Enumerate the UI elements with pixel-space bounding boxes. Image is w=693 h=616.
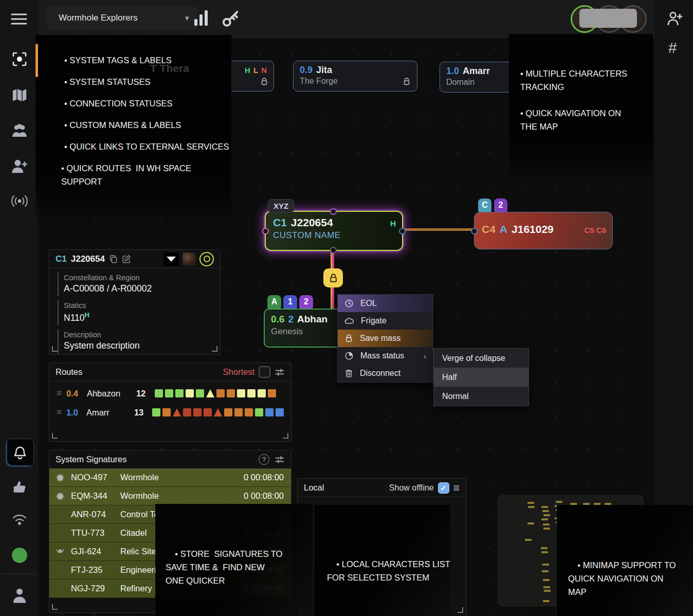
static-letter: H — [85, 311, 89, 319]
help-icon[interactable]: ? — [259, 454, 269, 465]
route-row[interactable]: ≡ 1.0 Amarr 13 — [49, 405, 291, 420]
route-row[interactable]: ≡ 0.4 Ahbazon 12 — [49, 386, 291, 401]
minimap-system-mark — [543, 586, 550, 588]
connection-handle[interactable] — [471, 228, 478, 234]
menu-icon[interactable] — [10, 12, 28, 26]
jump-marker — [155, 389, 163, 397]
local-annotation: • LOCAL CHARACTERS LIST FOR SELECTED SYS… — [315, 505, 450, 616]
security-status: 0.9 — [300, 65, 313, 76]
node-amarr[interactable]: 1.0 Amarr Domain — [440, 62, 516, 93]
signature-settings-icon[interactable] — [275, 455, 285, 464]
node-jita[interactable]: 0.9 Jita The Forge — [293, 61, 417, 92]
sidebar-item-map[interactable] — [0, 81, 39, 109]
resize-handle[interactable] — [52, 604, 58, 610]
node-abhan[interactable]: 0.6 2 Abhan Genesis — [264, 309, 343, 348]
minimap-system-mark — [543, 523, 550, 526]
resize-handle[interactable] — [212, 346, 217, 352]
jump-marker — [234, 408, 243, 416]
submenu-item-verge[interactable]: Verge of collapse — [434, 349, 528, 368]
sidebar-item-likes[interactable] — [0, 474, 39, 500]
ghost-node-thera: T Thera — [150, 62, 189, 75]
jump-marker — [193, 408, 202, 416]
app-window: Wormhole Explorers ▼ # — [0, 0, 693, 616]
connection-line[interactable] — [403, 228, 473, 231]
submenu-item-half[interactable]: Half — [434, 368, 528, 387]
edit-icon[interactable] — [122, 255, 131, 264]
panel-title: Local — [304, 483, 324, 493]
sidebar-item-profile[interactable] — [0, 582, 39, 609]
region-name: Domain — [446, 78, 475, 87]
signature-row[interactable]: EQM-344Wormhole0 00:08:00 — [49, 487, 291, 505]
chart-bars-icon[interactable] — [194, 10, 208, 26]
menu-item-frigate[interactable]: Frigate — [338, 312, 433, 330]
jump-marker — [227, 389, 235, 397]
jump-marker — [152, 408, 160, 416]
minimap-system-mark — [544, 590, 551, 592]
menu-item-mass-status[interactable]: Mass status › — [338, 347, 433, 365]
security-status: 1.0 — [446, 66, 459, 77]
mass-saved-lock-badge[interactable] — [323, 268, 343, 287]
tag-letter: A — [500, 223, 507, 235]
key-icon[interactable] — [221, 7, 241, 28]
connection-handle[interactable] — [399, 228, 406, 234]
security-status: 0.4 — [66, 389, 82, 398]
node-j220654-selected[interactable]: C1 J220654 H CUSTOM NAME — [265, 211, 403, 251]
signature-id: FTJ-235 — [71, 565, 120, 575]
relic-icon — [49, 548, 71, 556]
resize-handle[interactable] — [283, 433, 288, 439]
system-effect-icon — [199, 252, 214, 266]
system-tag-letters: H L N — [245, 66, 267, 75]
connection-handle[interactable] — [330, 208, 337, 215]
signature-row[interactable]: NOO-497Wormhole0 00:08:00 — [49, 468, 291, 487]
minimap-system-mark — [541, 551, 548, 553]
sidebar-item-connection[interactable] — [0, 507, 39, 532]
show-offline-checkbox[interactable]: ✓ — [438, 482, 449, 494]
jump-marker — [165, 389, 173, 397]
shortest-checkbox[interactable] — [259, 366, 270, 378]
drag-handle-icon[interactable]: ≡ — [57, 388, 61, 398]
hash-icon[interactable]: # — [668, 39, 677, 57]
node-j161029[interactable]: C4 A J161029 C5 C6 — [474, 212, 613, 249]
region-name: Genesis — [265, 325, 342, 337]
minimap-system-mark — [543, 579, 550, 581]
drag-handle-icon[interactable]: ≡ — [57, 407, 61, 418]
info-section-constellation: Constellation & Region A-C00008 / A-R000… — [58, 273, 220, 296]
connection-handle[interactable] — [330, 247, 337, 253]
sidebar-item-broadcast[interactable] — [0, 187, 39, 215]
menu-item-eol[interactable]: EOL — [338, 295, 433, 312]
jump-marker — [183, 408, 191, 416]
minimap-system-mark — [542, 570, 549, 572]
routes-panel: Routes Shortest ≡ 0.4 Ahbazon 12 ≡ 1.0 A… — [49, 363, 291, 442]
local-menu-icon[interactable]: ≡ — [453, 485, 460, 491]
menu-item-disconnect[interactable]: Disconnect — [338, 365, 433, 382]
chevron-right-icon: › — [424, 352, 426, 360]
panel-title: Routes — [56, 367, 82, 377]
jump-marker — [237, 389, 245, 397]
jump-count: 12 — [136, 389, 150, 398]
minimap-system-mark — [541, 506, 548, 508]
jump-marker — [196, 389, 204, 397]
system-info-panel: C1 J220654 Constellation & Region A-C000… — [49, 249, 221, 355]
minimap-system-mark — [543, 600, 550, 602]
resize-handle[interactable] — [52, 433, 58, 439]
submenu-item-normal[interactable]: Normal — [434, 387, 528, 406]
route-settings-icon[interactable] — [275, 368, 285, 377]
pie-icon — [344, 351, 354, 360]
route-mode-label: Shortest — [223, 367, 254, 377]
copy-icon[interactable] — [109, 255, 118, 264]
sidebar-item-focus[interactable] — [0, 45, 39, 73]
resize-handle[interactable] — [52, 346, 58, 352]
count: 2 — [288, 314, 294, 325]
team-selector[interactable]: Wormhole Explorers ▼ — [46, 6, 198, 30]
sidebar-item-group[interactable] — [0, 117, 39, 145]
custom-tag-badge[interactable]: XYZ — [268, 199, 294, 213]
destination-name: Ahbazon — [87, 389, 131, 398]
jump-marker — [216, 389, 225, 397]
sidebar-item-notifications[interactable] — [6, 439, 34, 467]
menu-item-save-mass[interactable]: Save mass — [338, 330, 433, 347]
sidebar-item-person-add[interactable] — [0, 152, 39, 180]
person-add-icon[interactable] — [666, 10, 684, 27]
connection-handle[interactable] — [262, 228, 269, 234]
resize-handle[interactable] — [458, 607, 463, 613]
signature-id: GJI-624 — [71, 547, 120, 556]
